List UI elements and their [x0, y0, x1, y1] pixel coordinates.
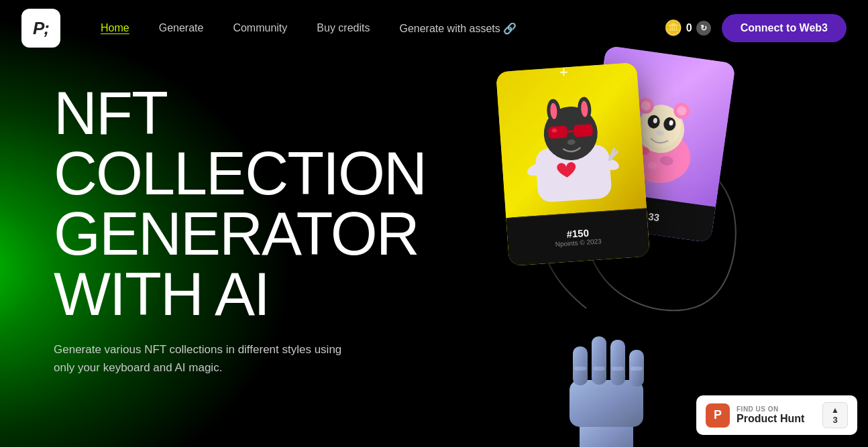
product-hunt-badge[interactable]: P FIND US ON Product Hunt ▲ 3	[696, 395, 857, 435]
svg-point-20	[580, 101, 588, 117]
hero-subtitle: Generate various NFT collections in diff…	[54, 340, 362, 377]
nav-link-generate[interactable]: Generate	[146, 17, 217, 40]
card1-brand: Npoints © 2023	[555, 238, 602, 249]
ph-find-us-label: FIND US ON	[737, 405, 816, 413]
svg-point-2	[638, 102, 684, 150]
product-hunt-icon: P	[706, 403, 730, 428]
nft-card-2-info: #133	[581, 189, 716, 243]
svg-point-27	[599, 156, 620, 172]
svg-rect-21	[548, 125, 567, 139]
svg-point-10	[647, 162, 657, 170]
svg-point-4	[663, 117, 677, 131]
card2-number: #133	[637, 208, 660, 222]
svg-rect-15	[535, 144, 612, 202]
nft-character-2-svg	[610, 64, 712, 188]
ph-vote-button[interactable]: ▲ 3	[822, 402, 848, 428]
ph-vote-count: 3	[832, 415, 837, 425]
nft-card-2: #133	[581, 46, 736, 243]
nav-link-generate-assets[interactable]: Generate with assets 🔗	[386, 17, 530, 40]
hero-title: NFTCOLLECTIONGENERATORWITH AI	[54, 83, 443, 324]
nav-link-buy-credits[interactable]: Buy credits	[303, 17, 383, 40]
svg-point-11	[637, 97, 655, 115]
nav-link-community[interactable]: Community	[219, 17, 301, 40]
svg-point-12	[640, 101, 651, 111]
product-hunt-text: FIND US ON Product Hunt	[737, 405, 816, 425]
ph-title: Product Hunt	[737, 413, 816, 425]
nft-card-1-info: #150 Npoints © 2023	[506, 208, 650, 266]
svg-point-6	[669, 120, 673, 126]
nav-link-home[interactable]: Home	[87, 17, 143, 40]
sparkle-icon: +	[559, 64, 568, 81]
svg-point-17	[546, 99, 561, 123]
svg-line-29	[609, 151, 618, 159]
svg-point-0	[620, 125, 694, 187]
svg-rect-39	[631, 367, 643, 371]
nav-links: Home Generate Community Buy credits Gene…	[87, 17, 664, 40]
svg-rect-37	[593, 367, 605, 371]
svg-rect-38	[612, 367, 624, 371]
svg-point-1	[634, 103, 687, 156]
svg-line-23	[567, 131, 574, 132]
svg-point-14	[676, 105, 687, 116]
nft-card-1: #150 Npoints © 2023	[496, 62, 650, 266]
svg-point-25	[567, 139, 576, 145]
svg-point-9	[659, 155, 673, 167]
logo[interactable]: P;	[21, 9, 60, 48]
credits-badge: 🪙 0 ↻	[664, 19, 711, 37]
nav-right: 🪙 0 ↻ Connect to Web3	[664, 14, 847, 42]
nft-character-1-svg	[510, 69, 633, 210]
svg-rect-22	[574, 124, 593, 137]
connect-web3-button[interactable]: Connect to Web3	[722, 14, 847, 42]
svg-point-7	[655, 129, 664, 136]
svg-point-8	[638, 146, 650, 155]
svg-point-19	[550, 103, 558, 119]
svg-point-24	[551, 128, 557, 133]
logo-text: P;	[33, 18, 49, 39]
swirl-decoration	[452, 54, 788, 335]
hero-section: NFTCOLLECTIONGENERATORWITH AI Generate v…	[0, 56, 868, 377]
nft-card-1-inner	[496, 62, 647, 218]
svg-rect-36	[574, 367, 586, 371]
svg-line-28	[609, 149, 615, 159]
svg-point-16	[542, 105, 599, 162]
card1-number: #150	[566, 227, 589, 240]
svg-point-5	[653, 118, 657, 124]
svg-point-26	[525, 161, 547, 178]
navbar: P; Home Generate Community Buy credits G…	[0, 0, 868, 56]
credits-count: 0	[686, 22, 692, 34]
refresh-icon[interactable]: ↻	[696, 21, 711, 36]
svg-point-18	[577, 97, 592, 121]
svg-point-13	[672, 102, 690, 120]
coin-icon: 🪙	[664, 19, 682, 37]
svg-point-3	[647, 114, 661, 129]
ph-arrow-icon: ▲	[831, 405, 839, 415]
hero-text: NFTCOLLECTIONGENERATORWITH AI Generate v…	[54, 76, 443, 377]
nft-card-2-inner	[586, 46, 736, 207]
